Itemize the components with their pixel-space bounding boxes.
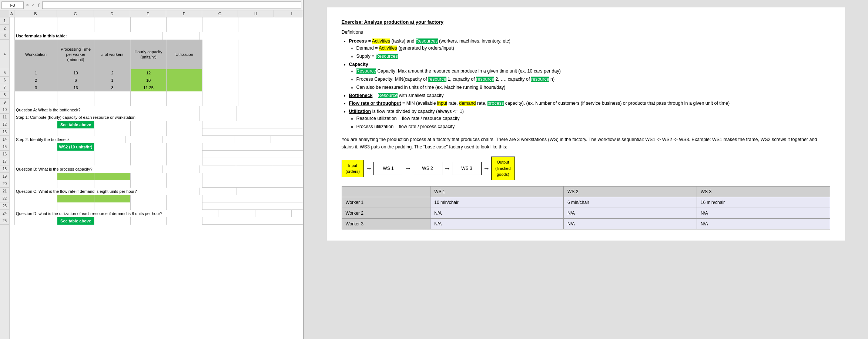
row-header-22[interactable]: 22 bbox=[0, 195, 9, 202]
cell-f6[interactable] bbox=[167, 77, 202, 84]
cell-g7[interactable] bbox=[202, 84, 238, 91]
cell-a5[interactable] bbox=[10, 69, 15, 77]
cell-d8[interactable] bbox=[94, 91, 131, 99]
cell-h1[interactable] bbox=[238, 17, 274, 25]
cell-c11[interactable] bbox=[200, 114, 237, 121]
cell-f25[interactable] bbox=[167, 217, 202, 225]
cell-a2[interactable] bbox=[10, 25, 15, 32]
row-header-9[interactable]: 9 bbox=[0, 99, 9, 106]
cell-c13[interactable] bbox=[57, 128, 94, 136]
cell-d18[interactable] bbox=[200, 165, 236, 173]
cell-e13[interactable] bbox=[131, 128, 167, 136]
cell-i4[interactable] bbox=[274, 40, 303, 69]
cell-c17[interactable] bbox=[57, 158, 94, 165]
cell-d7[interactable]: 3 bbox=[94, 84, 131, 91]
col-header-g[interactable]: G bbox=[202, 10, 238, 17]
formula-icon[interactable]: ƒ bbox=[37, 3, 41, 7]
cell-c25-answer[interactable]: See table above bbox=[57, 217, 94, 225]
cell-e25[interactable] bbox=[131, 217, 167, 225]
row-header-8[interactable]: 8 bbox=[0, 91, 9, 99]
cell-i8[interactable] bbox=[274, 91, 303, 99]
formula-bar[interactable] bbox=[42, 1, 301, 9]
col-header-i[interactable]: I bbox=[274, 10, 303, 17]
cell-e22[interactable] bbox=[131, 195, 167, 202]
cell-a7[interactable] bbox=[10, 84, 15, 91]
cell-c1[interactable] bbox=[57, 17, 94, 25]
cell-b12[interactable] bbox=[15, 121, 57, 128]
cell-a9[interactable] bbox=[10, 99, 15, 106]
cell-d15[interactable] bbox=[94, 143, 131, 151]
cell-f1[interactable] bbox=[167, 17, 202, 25]
cell-b18[interactable]: Question B: What is the process capacity… bbox=[15, 165, 163, 173]
cell-d9[interactable] bbox=[94, 99, 131, 106]
cell-h8[interactable] bbox=[238, 91, 274, 99]
cell-e9[interactable] bbox=[131, 99, 167, 106]
cell-b11[interactable]: Step 1: Compute (hourly) capacity of eac… bbox=[15, 114, 200, 121]
cell-e3[interactable] bbox=[236, 32, 272, 40]
cell-b14[interactable]: Step 2: Identify the bottleneck bbox=[15, 136, 126, 143]
cell-e10[interactable] bbox=[273, 106, 303, 114]
cell-b16[interactable] bbox=[15, 151, 57, 158]
row-header-21[interactable]: 21 bbox=[0, 188, 9, 195]
row-header-25[interactable]: 25 bbox=[0, 217, 9, 225]
cell-g9[interactable] bbox=[202, 99, 238, 106]
cell-a14[interactable] bbox=[10, 136, 15, 143]
cell-f15[interactable] bbox=[167, 143, 202, 151]
cell-f18[interactable] bbox=[272, 165, 303, 173]
cell-f4-util[interactable]: Utilization bbox=[167, 40, 202, 69]
cell-e18[interactable] bbox=[236, 165, 272, 173]
row-header-14[interactable]: 14 bbox=[0, 136, 9, 143]
cell-h7[interactable] bbox=[238, 84, 274, 91]
cell-c3[interactable] bbox=[163, 32, 200, 40]
row-header-24[interactable]: 24 bbox=[0, 210, 9, 217]
cell-f5[interactable] bbox=[167, 69, 202, 77]
cell-d23[interactable] bbox=[94, 202, 131, 210]
cancel-icon[interactable]: ✕ bbox=[25, 3, 30, 7]
cell-b21[interactable]: Question C: What is the flow rate if dem… bbox=[15, 188, 200, 195]
cell-e7[interactable]: 11.25 bbox=[131, 84, 167, 91]
cell-i7[interactable] bbox=[274, 84, 303, 91]
cell-b19[interactable] bbox=[15, 173, 57, 180]
cell-e16[interactable] bbox=[131, 151, 167, 158]
cell-d3[interactable] bbox=[200, 32, 236, 40]
row-header-19[interactable]: 19 bbox=[0, 173, 9, 180]
row-header-4[interactable]: 4 bbox=[0, 40, 9, 69]
cell-a8[interactable] bbox=[10, 91, 15, 99]
cell-e21[interactable] bbox=[273, 188, 303, 195]
cell-e2[interactable] bbox=[131, 25, 167, 32]
cell-a24[interactable] bbox=[10, 210, 15, 217]
cell-d21[interactable] bbox=[237, 188, 273, 195]
cell-f9[interactable] bbox=[167, 99, 202, 106]
cell-d5[interactable]: 2 bbox=[94, 69, 131, 77]
cell-i1[interactable] bbox=[274, 17, 303, 25]
cell-c6[interactable]: 6 bbox=[57, 77, 94, 84]
row-header-1[interactable]: 1 bbox=[0, 17, 9, 25]
row-header-7[interactable]: 7 bbox=[0, 84, 9, 91]
cell-g8[interactable] bbox=[202, 91, 238, 99]
row-header-10[interactable]: 10 bbox=[0, 106, 9, 114]
cell-d6[interactable]: 1 bbox=[94, 77, 131, 84]
cell-e24[interactable] bbox=[292, 210, 303, 217]
cell-i5[interactable] bbox=[274, 69, 303, 77]
cell-b1[interactable] bbox=[15, 17, 57, 25]
col-header-c[interactable]: C bbox=[57, 10, 94, 17]
row-header-20[interactable]: 20 bbox=[0, 180, 9, 188]
cell-d13[interactable] bbox=[94, 128, 131, 136]
cell-d19[interactable] bbox=[94, 173, 131, 180]
cell-h5[interactable] bbox=[238, 69, 274, 77]
cell-e1[interactable] bbox=[131, 17, 167, 25]
cell-e15[interactable] bbox=[131, 143, 167, 151]
cell-c23[interactable] bbox=[57, 202, 94, 210]
col-header-f[interactable]: F bbox=[166, 10, 202, 17]
cell-b17[interactable] bbox=[15, 158, 57, 165]
cell-h2[interactable] bbox=[238, 25, 274, 32]
col-header-e[interactable]: E bbox=[130, 10, 166, 17]
row-header-11[interactable]: 11 bbox=[0, 114, 9, 121]
cell-c14[interactable] bbox=[126, 136, 163, 143]
cell-h6[interactable] bbox=[238, 77, 274, 84]
cell-b23[interactable] bbox=[15, 202, 57, 210]
cell-b6[interactable]: 2 bbox=[15, 77, 57, 84]
cell-g5[interactable] bbox=[202, 69, 238, 77]
cell-d25[interactable] bbox=[94, 217, 131, 225]
cell-b20[interactable] bbox=[15, 180, 57, 188]
